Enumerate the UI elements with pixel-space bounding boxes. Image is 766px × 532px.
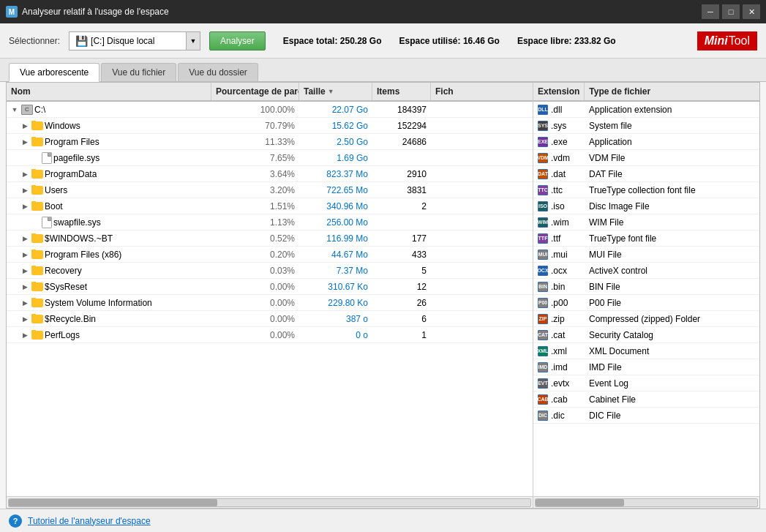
content-area: Nom Pourcentage de parent Taille ▼ Items bbox=[6, 82, 760, 509]
ext-text: .ttc bbox=[551, 185, 563, 195]
table-row[interactable]: ▶ System Volume Information 0.00% 229.80… bbox=[7, 295, 533, 311]
tab-tree-view[interactable]: Vue arborescente bbox=[9, 63, 99, 82]
expand-btn[interactable]: ▶ bbox=[20, 330, 30, 340]
table-row[interactable]: ▶ Program Files (x86) 0.20% 44.67 Mo 433 bbox=[7, 247, 533, 263]
ext-text: .bin bbox=[551, 282, 565, 292]
right-h-scrollbar[interactable] bbox=[535, 498, 758, 507]
right-table-row[interactable]: TTF .ttf TrueType font file bbox=[533, 231, 759, 247]
folder-icon bbox=[31, 315, 43, 323]
rrow-ext: XML .xml bbox=[533, 346, 585, 356]
right-table-row[interactable]: BIN .bin BIN File bbox=[533, 279, 759, 295]
used-space: Espace utilisé: 16.46 Go bbox=[399, 36, 499, 46]
tutorial-link[interactable]: Tutoriel de l'analyseur d'espace bbox=[28, 516, 151, 526]
rrow-type: Security Catalog bbox=[585, 330, 759, 340]
row-pct: 3.20% bbox=[211, 185, 299, 195]
close-button[interactable]: ✕ bbox=[743, 4, 760, 19]
folder-icon bbox=[31, 138, 43, 146]
row-name: Boot bbox=[45, 201, 63, 211]
ext-text: .cat bbox=[551, 330, 565, 340]
rth-type-label: Type de fichier bbox=[589, 86, 650, 97]
th-items[interactable]: Items bbox=[372, 83, 431, 100]
expand-btn[interactable]: ▶ bbox=[20, 298, 30, 308]
tab-file-view[interactable]: Vue du fichier bbox=[101, 63, 176, 81]
right-table-row[interactable]: CAB .cab Cabinet File bbox=[533, 391, 759, 408]
right-table-row[interactable]: P00 .p00 P00 File bbox=[533, 295, 759, 311]
table-row[interactable]: ▶ Windows 70.79% 15.62 Go 152294 bbox=[7, 118, 533, 134]
drive-dropdown[interactable]: 💾 [C:] Disque local bbox=[69, 31, 186, 50]
right-table-row[interactable]: ISO .iso Disc Image File bbox=[533, 198, 759, 214]
right-table-row[interactable]: OCX .ocx ActiveX control bbox=[533, 263, 759, 279]
right-table-row[interactable]: CAT .cat Security Catalog bbox=[533, 327, 759, 343]
right-table-row[interactable]: MUI .mui MUI File bbox=[533, 247, 759, 263]
expand-btn[interactable]: ▶ bbox=[20, 250, 30, 260]
drive-dropdown-arrow[interactable]: ▼ bbox=[186, 31, 200, 50]
ext-icon: OCX bbox=[538, 266, 548, 276]
right-table-row[interactable]: WIM .wim WIM File bbox=[533, 214, 759, 231]
table-row[interactable]: ▶ $WINDOWS.~BT 0.52% 116.99 Mo 177 bbox=[7, 231, 533, 247]
table-row[interactable]: ▶ Boot 1.51% 340.96 Mo 2 bbox=[7, 198, 533, 214]
free-space: Espace libre: 233.82 Go bbox=[517, 36, 616, 46]
expand-btn[interactable]: ▶ bbox=[20, 137, 30, 147]
folder-icon bbox=[31, 299, 43, 307]
row-taille: 340.96 Mo bbox=[299, 201, 372, 211]
table-row[interactable]: ▶ Program Files 11.33% 2.50 Go 24686 bbox=[7, 134, 533, 150]
maximize-button[interactable]: □ bbox=[722, 4, 740, 19]
expand-btn[interactable]: ▶ bbox=[20, 169, 30, 179]
table-row[interactable]: ▶ ProgramData 3.64% 823.37 Mo 2910 bbox=[7, 166, 533, 182]
right-scrollbar-thumb bbox=[536, 499, 624, 506]
right-table-row[interactable]: DIC .dic DIC File bbox=[533, 408, 759, 424]
table-row[interactable]: ▼ C C:\ 100.00% 22.07 Go 184397 bbox=[7, 102, 533, 118]
right-table-row[interactable]: TTC .ttc TrueType collection font file bbox=[533, 182, 759, 198]
rth-type[interactable]: Type de fichier bbox=[585, 83, 759, 100]
left-h-scrollbar[interactable] bbox=[8, 498, 531, 507]
help-icon[interactable]: ? bbox=[9, 514, 22, 528]
right-table-row[interactable]: XML .xml XML Document bbox=[533, 343, 759, 359]
rrow-ext: WIM .wim bbox=[533, 217, 585, 228]
table-row[interactable]: swapfile.sys 1.13% 256.00 Mo bbox=[7, 214, 533, 231]
th-fich[interactable]: Fich bbox=[431, 83, 468, 100]
table-row[interactable]: pagefile.sys 7.65% 1.69 Go bbox=[7, 150, 533, 166]
th-nom[interactable]: Nom bbox=[7, 83, 211, 100]
row-pct: 100.00% bbox=[211, 105, 299, 115]
ext-text: .evtx bbox=[551, 378, 569, 389]
table-row[interactable]: ▶ Users 3.20% 722.65 Mo 3831 bbox=[7, 182, 533, 198]
expand-btn[interactable]: ▶ bbox=[20, 121, 30, 131]
rrow-type: Application bbox=[585, 137, 759, 147]
rrow-ext: CAB .cab bbox=[533, 394, 585, 405]
table-row[interactable]: ▶ PerfLogs 0.00% 0 o 1 bbox=[7, 327, 533, 343]
table-row[interactable]: ▶ $SysReset 0.00% 310.67 Ko 12 bbox=[7, 279, 533, 295]
rth-ext[interactable]: Extension bbox=[533, 83, 585, 100]
expand-btn[interactable]: ▶ bbox=[20, 266, 30, 276]
right-table-row[interactable]: EXE .exe Application bbox=[533, 134, 759, 150]
right-table-row[interactable]: DAT .dat DAT File bbox=[533, 166, 759, 182]
table-row[interactable]: ▶ Recovery 0.03% 7.37 Mo 5 bbox=[7, 263, 533, 279]
right-table-row[interactable]: IMD .imd IMD File bbox=[533, 359, 759, 375]
tab-folder-view[interactable]: Vue du dossier bbox=[178, 63, 258, 81]
expand-btn[interactable]: ▶ bbox=[20, 233, 30, 244]
analyze-button[interactable]: Analyser bbox=[209, 31, 266, 50]
row-items: 26 bbox=[372, 298, 431, 308]
th-items-label: Items bbox=[377, 86, 399, 97]
expand-btn[interactable]: ▶ bbox=[20, 314, 30, 324]
row-nom: ▶ Program Files (x86) bbox=[7, 250, 211, 260]
left-scrollbar-area[interactable] bbox=[7, 496, 533, 508]
right-table-row[interactable]: ZIP .zip Compressed (zipped) Folder bbox=[533, 311, 759, 327]
right-table-row[interactable]: VDM .vdm VDM File bbox=[533, 150, 759, 166]
minimize-button[interactable]: ─ bbox=[702, 4, 719, 19]
expand-btn[interactable]: ▶ bbox=[20, 185, 30, 195]
th-pct[interactable]: Pourcentage de parent bbox=[211, 83, 299, 100]
th-taille[interactable]: Taille ▼ bbox=[299, 83, 372, 100]
row-pct: 0.03% bbox=[211, 266, 299, 276]
right-scrollbar-area[interactable] bbox=[533, 496, 759, 508]
expand-btn[interactable]: ▼ bbox=[10, 105, 20, 115]
drive-selector[interactable]: 💾 [C:] Disque local ▼ bbox=[69, 31, 200, 50]
right-table-row[interactable]: SYS .sys System file bbox=[533, 118, 759, 134]
expand-btn[interactable]: ▶ bbox=[20, 282, 30, 292]
expand-btn[interactable]: ▶ bbox=[20, 201, 30, 211]
file-icon bbox=[42, 152, 52, 164]
right-table-row[interactable]: DLL .dll Application extension bbox=[533, 102, 759, 118]
table-row[interactable]: ▶ $Recycle.Bin 0.00% 387 o 6 bbox=[7, 311, 533, 327]
row-name: Users bbox=[45, 185, 67, 195]
right-table-row[interactable]: EVT .evtx Event Log bbox=[533, 375, 759, 391]
rrow-type: WIM File bbox=[585, 217, 759, 228]
